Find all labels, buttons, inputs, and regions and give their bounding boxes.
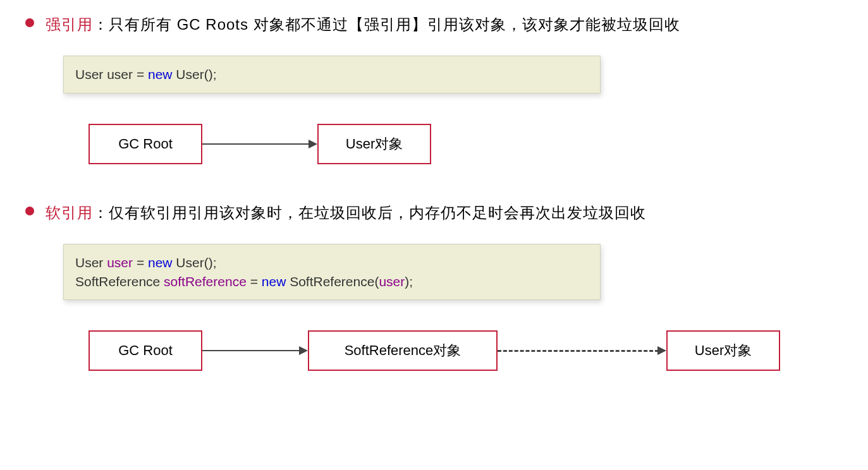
diagram-1: GC Root User对象	[89, 119, 843, 169]
colon-2: ：	[93, 204, 109, 221]
header-text-1: 强引用：只有所有 GC Roots 对象都不通过【强引用】引用该对象，该对象才能…	[46, 13, 680, 37]
bullet-header-1: 强引用：只有所有 GC Roots 对象都不通过【强引用】引用该对象，该对象才能…	[25, 13, 843, 37]
desc-2: 仅有软引用引用该对象时，在垃圾回收后，内存仍不足时会再次出发垃圾回收	[109, 204, 646, 221]
box-softref: SoftReference对象	[308, 330, 498, 371]
section-strong-reference: 强引用：只有所有 GC Roots 对象都不通过【强引用】引用该对象，该对象才能…	[25, 13, 843, 169]
box-gc-root-2: GC Root	[89, 330, 202, 371]
bullet-header-2: 软引用：仅有软引用引用该对象时，在垃圾回收后，内存仍不足时会再次出发垃圾回收	[25, 201, 843, 225]
arrow-head-icon	[299, 346, 308, 355]
arrow-head-icon	[309, 140, 317, 148]
title-soft: 软引用	[46, 204, 93, 221]
box-user-2: User对象	[666, 330, 780, 371]
code-line-2a: User user = new User();	[75, 253, 589, 272]
arrow-head-icon	[657, 346, 666, 355]
arrow-line-1	[202, 143, 310, 145]
desc-1: 只有所有 GC Roots 对象都不通过【强引用】引用该对象，该对象才能被垃圾回…	[109, 16, 680, 33]
dashed-line	[498, 350, 659, 352]
bullet-icon	[25, 18, 34, 27]
code-line-1: User user = new User();	[75, 65, 589, 83]
colon-1: ：	[93, 16, 109, 33]
section-soft-reference: 软引用：仅有软引用引用该对象时，在垃圾回收后，内存仍不足时会再次出发垃圾回收 U…	[25, 201, 843, 376]
box-gc-root-1: GC Root	[89, 124, 202, 164]
code-block-2: User user = new User(); SoftReference so…	[63, 244, 601, 300]
box-user-1: User对象	[317, 124, 431, 164]
arrow-line-2	[202, 350, 300, 352]
title-strong: 强引用	[46, 16, 93, 33]
bullet-icon	[25, 207, 34, 215]
diagram-2: GC Root SoftReference对象 User对象	[89, 325, 843, 376]
header-text-2: 软引用：仅有软引用引用该对象时，在垃圾回收后，内存仍不足时会再次出发垃圾回收	[46, 201, 646, 225]
code-line-2b: SoftReference softReference = new SoftRe…	[75, 272, 589, 291]
code-block-1: User user = new User();	[63, 56, 601, 93]
